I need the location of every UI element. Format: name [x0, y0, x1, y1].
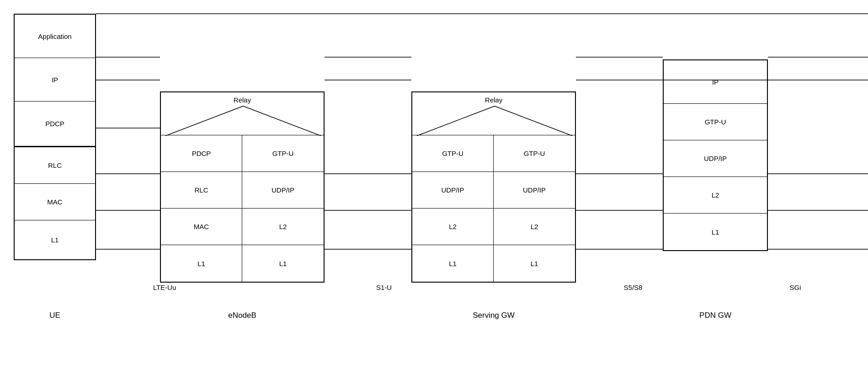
- ue-stack: Application IP PDCP RLC MAC L1: [14, 14, 96, 260]
- servinggw-entity-label: Serving GW: [411, 311, 576, 320]
- pdngw-udpip-row: UDP/IP: [664, 140, 767, 177]
- svg-line-25: [495, 106, 572, 136]
- pdngw-entity-label: PDN GW: [663, 311, 768, 320]
- servinggw-gtpu-l-row: GTP-U: [412, 135, 493, 172]
- enodeb-udpip-row: UDP/IP: [242, 172, 324, 209]
- servinggw-udpip-r-row: UDP/IP: [494, 172, 575, 209]
- lte-uu-label: LTE-Uu: [128, 284, 201, 291]
- svg-line-24: [417, 106, 495, 136]
- pdngw-stack: IP GTP-U UDP/IP L2 L1: [663, 59, 768, 251]
- servinggw-stack: Relay GTP-U UDP/IP L2 L1 GTP-U UDP/IP L2…: [411, 91, 576, 283]
- ue-mac-row: MAC: [15, 184, 95, 220]
- enodeb-gtpu-row: GTP-U: [242, 135, 324, 172]
- pdngw-l2-row: L2: [664, 177, 767, 214]
- enodeb-l1-row: L1: [161, 245, 242, 282]
- ue-application-row: Application: [15, 15, 95, 58]
- servinggw-l1-r-row: L1: [494, 245, 575, 282]
- enodeb-relay-svg: [161, 92, 325, 136]
- svg-line-22: [165, 106, 243, 136]
- pdngw-ip-row: IP: [664, 60, 767, 104]
- servinggw-relay-svg: [412, 92, 577, 136]
- enodeb-rlc-row: RLC: [161, 172, 242, 209]
- pdngw-gtpu-row: GTP-U: [664, 104, 767, 140]
- enodeb-pdcp-row: PDCP: [161, 135, 242, 172]
- ue-pdcp-row: PDCP: [15, 102, 95, 147]
- enodeb-mac-row: MAC: [161, 209, 242, 245]
- servinggw-udpip-l-row: UDP/IP: [412, 172, 493, 209]
- servinggw-l1-l-row: L1: [412, 245, 493, 282]
- s1-u-label: S1-U: [357, 284, 411, 291]
- sgi-label: SGi: [777, 284, 814, 291]
- ue-rlc-row: RLC: [15, 147, 95, 184]
- ue-ip-row: IP: [15, 58, 95, 102]
- ue-entity-label: UE: [14, 311, 96, 320]
- enodeb-entity-label: eNodeB: [160, 311, 325, 320]
- pdngw-l1-row: L1: [664, 214, 767, 250]
- enodeb-stack: Relay PDCP RLC MAC L1 GTP-U UDP/IP L2 L1: [160, 91, 325, 283]
- s5s8-label: S5/S8: [603, 284, 663, 291]
- ue-l1-row: L1: [15, 220, 95, 259]
- enodeb-l1r-row: L1: [242, 245, 324, 282]
- servinggw-l2-l-row: L2: [412, 209, 493, 245]
- servinggw-gtpu-r-row: GTP-U: [494, 135, 575, 172]
- diagram: Application IP PDCP RLC MAC L1 Relay: [0, 0, 868, 380]
- enodeb-l2-row: L2: [242, 209, 324, 245]
- servinggw-l2-r-row: L2: [494, 209, 575, 245]
- svg-line-23: [243, 106, 321, 136]
